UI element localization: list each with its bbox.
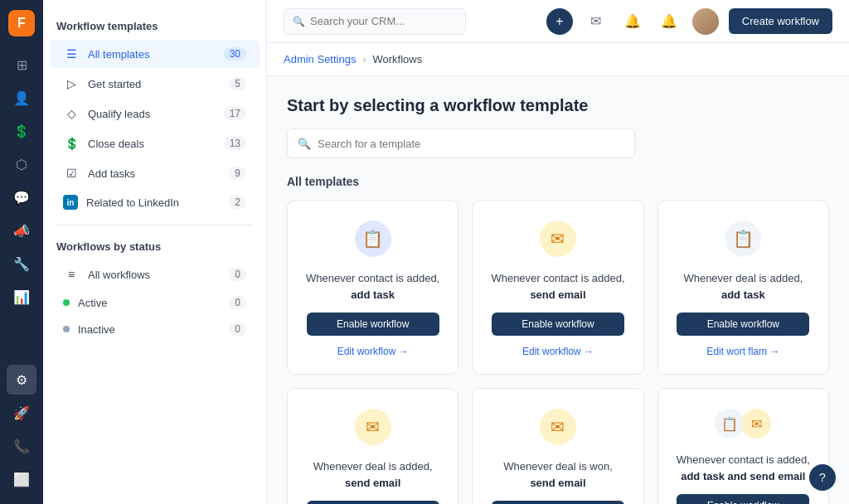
card4-icon: ✉ — [355, 409, 391, 445]
card5-icon: ✉ — [540, 409, 576, 445]
sidebar-item-inactive[interactable]: Inactive 0 — [50, 317, 260, 342]
nav-home-icon[interactable]: ⊞ — [7, 50, 36, 80]
nav-box-icon[interactable]: ⬡ — [7, 149, 36, 179]
card5-enable-button[interactable]: Enable workflow — [492, 501, 624, 504]
workflow-card-contact-task-email: 📋 ✉ Whenever contact is added, add task … — [657, 388, 829, 504]
linkedin-label: Related to LinkedIn — [86, 196, 229, 209]
nav-chart-icon[interactable]: 📊 — [7, 282, 36, 312]
breadcrumb-parent[interactable]: Admin Settings — [284, 53, 356, 65]
card3-icon: 📋 — [725, 220, 761, 257]
sidebar-item-get-started[interactable]: ▷ Get started 5 — [50, 70, 260, 98]
card4-text: Whenever deal is added, send email — [304, 458, 441, 491]
card3-text: Whenever deal is added, add task — [675, 270, 812, 303]
user-avatar[interactable] — [692, 8, 719, 35]
active-count: 0 — [229, 296, 246, 309]
all-workflows-icon: ≡ — [63, 266, 80, 283]
help-button[interactable]: ? — [809, 464, 836, 491]
card3-text-bold: add task — [721, 288, 765, 301]
sidebar-item-active[interactable]: Active 0 — [50, 290, 260, 315]
workflow-card-deal-email: ✉ Whenever deal is added, send email Ena… — [287, 388, 458, 504]
card1-icon-area: 📋 — [355, 220, 391, 257]
templates-section-title: Workflow templates — [43, 13, 266, 39]
qualify-leads-label: Qualify leads — [88, 108, 224, 120]
notifications-icon[interactable]: 🔔 — [619, 8, 646, 35]
workflow-cards-grid: 📋 Whenever contact is added, add task En… — [287, 200, 829, 504]
card4-icon-area: ✉ — [355, 409, 391, 445]
nav-megaphone-icon[interactable]: 📣 — [7, 216, 36, 245]
nav-chat-icon[interactable]: 💬 — [7, 182, 36, 212]
sidebar-item-all-templates[interactable]: ☰ All templates 30 — [50, 40, 260, 68]
card3-icon-area: 📋 — [725, 220, 761, 257]
card5-icon-area: ✉ — [540, 409, 576, 445]
card5-text: Whenever deal is won, send email — [489, 458, 626, 491]
qualify-leads-count: 17 — [224, 107, 246, 120]
nav-rocket-icon[interactable]: 🚀 — [7, 398, 36, 428]
linkedin-count: 2 — [229, 196, 246, 209]
sidebar-item-linkedin[interactable]: in Related to LinkedIn 2 — [50, 189, 260, 216]
add-tasks-icon: ☑ — [63, 165, 80, 182]
add-button[interactable]: + — [546, 8, 573, 35]
sidebar-item-qualify-leads[interactable]: ◇ Qualify leads 17 — [50, 99, 260, 128]
email-icon[interactable]: ✉ — [583, 8, 609, 35]
sidebar: Workflow templates ☰ All templates 30 ▷ … — [43, 0, 267, 504]
workflow-card-contact-task: 📋 Whenever contact is added, add task En… — [287, 200, 458, 375]
card1-text: Whenever contact is added, add task — [304, 270, 441, 303]
card1-text-prefix: Whenever contact is added, — [306, 272, 439, 284]
sidebar-item-close-deals[interactable]: 💲 Close deals 13 — [50, 129, 260, 158]
card3-enable-button[interactable]: Enable workflow — [677, 313, 809, 336]
card1-enable-button[interactable]: Enable workflow — [307, 313, 439, 336]
sidebar-item-all-workflows[interactable]: ≡ All workflows 0 — [50, 260, 260, 288]
workflow-card-deal-task: 📋 Whenever deal is added, add task Enabl… — [657, 200, 829, 375]
app-logo[interactable]: F — [8, 10, 35, 36]
section-label: All templates — [287, 175, 829, 188]
page-title: Start by selecting a workflow template — [287, 96, 829, 115]
active-dot — [63, 299, 70, 306]
main-area: 🔍 + ✉ 🔔 🔔 Create workflow Admin Settings… — [267, 0, 849, 504]
template-search-bar[interactable]: 🔍 — [287, 128, 635, 158]
breadcrumb-separator: › — [362, 54, 366, 65]
status-section-title: Workflows by status — [43, 234, 266, 259]
card4-text-prefix: Whenever deal is added, — [313, 460, 433, 472]
topbar: 🔍 + ✉ 🔔 🔔 Create workflow — [267, 0, 849, 43]
nav-tools-icon[interactable]: 🔧 — [7, 249, 36, 279]
nav-phone-icon[interactable]: 📞 — [7, 431, 36, 461]
card4-enable-button[interactable]: Enable workflow — [307, 501, 439, 504]
nav-settings-icon[interactable]: ⚙ — [7, 365, 36, 395]
active-label: Active — [78, 297, 229, 309]
alerts-icon[interactable]: 🔔 — [656, 8, 682, 35]
nav-deals-icon[interactable]: 💲 — [7, 116, 36, 146]
inactive-dot — [63, 326, 70, 332]
card6-enable-button[interactable]: Enable workflow — [677, 494, 809, 504]
search-input[interactable] — [310, 15, 457, 27]
add-tasks-count: 9 — [229, 167, 246, 180]
template-search-input[interactable] — [318, 138, 624, 150]
workflow-card-deal-won-email: ✉ Whenever deal is won, send email Enabl… — [472, 388, 643, 504]
close-deals-label: Close deals — [88, 138, 224, 150]
card1-edit-link[interactable]: Edit workflow → — [337, 346, 409, 357]
card6-text-bold: add task and send email — [681, 470, 805, 482]
breadcrumb-bar: Admin Settings › Workflows — [267, 43, 849, 76]
card3-edit-link[interactable]: Edit wort flam → — [706, 346, 779, 357]
card2-enable-button[interactable]: Enable workflow — [492, 313, 624, 336]
get-started-label: Get started — [88, 78, 229, 90]
search-icon: 🔍 — [293, 16, 305, 27]
card2-text: Whenever contact is added, send email — [491, 270, 624, 303]
card2-icon-area: ✉ — [540, 220, 576, 257]
all-templates-icon: ☰ — [63, 46, 80, 62]
card2-icon: ✉ — [540, 220, 576, 257]
main-content: Start by selecting a workflow template 🔍… — [267, 76, 849, 504]
sidebar-item-add-tasks[interactable]: ☑ Add tasks 9 — [50, 159, 260, 187]
card2-edit-link[interactable]: Edit workflow → — [522, 346, 594, 357]
global-search-bar[interactable]: 🔍 — [284, 8, 466, 35]
card5-text-prefix: Whenever deal is won, — [503, 460, 613, 472]
create-workflow-button[interactable]: Create workflow — [729, 8, 832, 34]
card1-icon: 📋 — [355, 220, 391, 257]
card2-text-prefix: Whenever contact is added, — [491, 272, 624, 284]
card6-text-prefix: Whenever contact is added, — [677, 453, 810, 466]
template-search-icon: 🔍 — [298, 138, 311, 150]
nav-grid-icon[interactable]: ⬜ — [7, 464, 36, 494]
nav-contacts-icon[interactable]: 👤 — [7, 83, 36, 113]
qualify-leads-icon: ◇ — [63, 105, 80, 122]
all-templates-count: 30 — [224, 47, 246, 61]
add-tasks-label: Add tasks — [88, 167, 229, 180]
